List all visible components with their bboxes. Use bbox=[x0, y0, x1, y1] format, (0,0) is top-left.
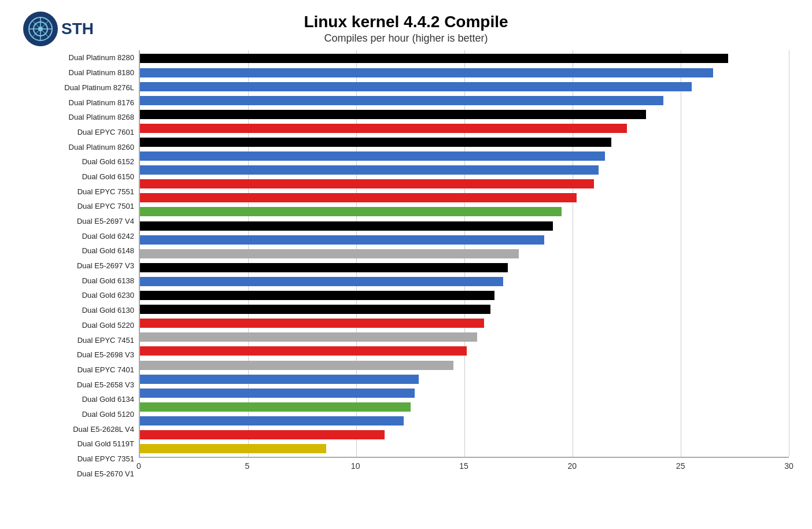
bar bbox=[140, 430, 385, 439]
y-label: Dual EPYC 7551 bbox=[23, 185, 134, 198]
y-label: Dual Gold 5119T bbox=[23, 438, 134, 450]
y-label: Dual Gold 6148 bbox=[23, 245, 134, 257]
bars-and-xaxis: 051015202530 bbox=[139, 50, 789, 481]
y-label: Dual EPYC 7401 bbox=[23, 364, 134, 376]
y-label: Dual E5-2697 V3 bbox=[23, 260, 134, 272]
chart-title: Linux kernel 4.4.2 Compile bbox=[23, 12, 789, 32]
bar bbox=[140, 124, 627, 133]
bar-row bbox=[140, 387, 789, 399]
chart-container: STH Linux kernel 4.4.2 Compile Compiles … bbox=[0, 0, 812, 529]
x-tick: 30 bbox=[784, 461, 793, 471]
chart-area: Dual Platinum 8280Dual Platinum 8180Dual… bbox=[23, 50, 789, 481]
bar bbox=[140, 291, 494, 300]
bar bbox=[140, 68, 713, 77]
y-label: Dual Gold 6152 bbox=[23, 156, 134, 168]
y-label: Dual EPYC 7351 bbox=[23, 453, 134, 465]
bar bbox=[140, 305, 490, 314]
bar-row bbox=[140, 136, 789, 148]
bar bbox=[140, 54, 728, 63]
x-tick: 25 bbox=[676, 461, 685, 471]
bars-area bbox=[139, 50, 789, 458]
bar-row bbox=[140, 317, 789, 329]
y-label: Dual Gold 6150 bbox=[23, 171, 134, 183]
bar bbox=[140, 346, 467, 356]
bars-list bbox=[140, 50, 789, 457]
bar-row bbox=[140, 95, 789, 106]
bar-row bbox=[140, 304, 789, 315]
bar-row bbox=[140, 290, 789, 301]
bar-row bbox=[140, 262, 789, 273]
y-label: Dual Gold 6130 bbox=[23, 304, 134, 317]
y-label: Dual Platinum 8268 bbox=[23, 111, 134, 124]
x-tick: 15 bbox=[459, 461, 468, 471]
bar-row bbox=[140, 331, 789, 343]
y-label: Dual EPYC 7451 bbox=[23, 334, 134, 346]
y-label: Dual E5-2628L V4 bbox=[23, 423, 134, 435]
bar-row bbox=[140, 276, 789, 287]
bar-row bbox=[140, 401, 789, 413]
y-labels: Dual Platinum 8280Dual Platinum 8180Dual… bbox=[23, 50, 139, 481]
bar bbox=[140, 277, 503, 286]
bar-row bbox=[140, 67, 789, 79]
y-label: Dual Platinum 8276L bbox=[23, 82, 134, 94]
chart-header: Linux kernel 4.4.2 Compile Compiles per … bbox=[23, 12, 789, 45]
y-label: Dual Platinum 8280 bbox=[23, 51, 134, 64]
bar-row bbox=[140, 192, 789, 204]
bar-row bbox=[140, 123, 789, 134]
bar-row bbox=[140, 150, 789, 162]
y-label: Dual E5-2658 V3 bbox=[23, 378, 134, 391]
y-label: Dual Gold 6138 bbox=[23, 275, 134, 287]
bar bbox=[140, 193, 577, 202]
logo-area: STH bbox=[23, 12, 94, 46]
bar bbox=[140, 138, 611, 147]
bar-row bbox=[140, 360, 789, 371]
bar bbox=[140, 151, 605, 161]
bar-row bbox=[140, 206, 789, 217]
x-tick: 0 bbox=[136, 461, 141, 471]
y-label: Dual Platinum 8260 bbox=[23, 140, 134, 153]
bar bbox=[140, 375, 419, 384]
x-axis: 051015202530 bbox=[139, 458, 789, 481]
bar bbox=[140, 235, 544, 245]
y-label: Dual Platinum 8180 bbox=[23, 66, 134, 79]
x-tick: 10 bbox=[351, 461, 360, 471]
chart-subtitle: Compiles per hour (higher is better) bbox=[23, 32, 789, 45]
bar-row bbox=[140, 109, 789, 120]
bar-row bbox=[140, 234, 789, 246]
bar bbox=[140, 361, 453, 370]
y-label: Dual E5-2670 V1 bbox=[23, 467, 134, 480]
y-label: Dual Gold 6242 bbox=[23, 230, 134, 242]
y-label: Dual Platinum 8176 bbox=[23, 96, 134, 109]
y-label: Dual E5-2697 V4 bbox=[23, 215, 134, 228]
bar bbox=[140, 110, 646, 119]
bar-row bbox=[140, 373, 789, 385]
bar-row bbox=[140, 429, 789, 441]
y-label: Dual Gold 6230 bbox=[23, 289, 134, 302]
bar bbox=[140, 82, 692, 91]
bar bbox=[140, 207, 562, 216]
logo-circle bbox=[23, 12, 58, 46]
y-label: Dual Gold 5220 bbox=[23, 319, 134, 332]
bar-row bbox=[140, 220, 789, 232]
bar bbox=[140, 389, 415, 398]
x-tick: 20 bbox=[568, 461, 577, 471]
bar-row bbox=[140, 345, 789, 357]
bar-row bbox=[140, 415, 789, 427]
bar bbox=[140, 165, 599, 175]
bar bbox=[140, 332, 477, 342]
bar-row bbox=[140, 164, 789, 176]
bar bbox=[140, 319, 484, 328]
y-label: Dual EPYC 7501 bbox=[23, 200, 134, 213]
y-label: Dual Gold 5120 bbox=[23, 408, 134, 421]
grid-line bbox=[789, 50, 789, 457]
y-label: Dual EPYC 7601 bbox=[23, 126, 134, 139]
logo-icon bbox=[28, 16, 53, 42]
bar-row bbox=[140, 53, 789, 64]
bar-row bbox=[140, 81, 789, 93]
bar bbox=[140, 444, 326, 453]
bar-row bbox=[140, 178, 789, 190]
y-label: Dual E5-2698 V3 bbox=[23, 349, 134, 361]
y-label: Dual Gold 6134 bbox=[23, 393, 134, 406]
bar bbox=[140, 179, 594, 188]
bar bbox=[140, 416, 404, 426]
